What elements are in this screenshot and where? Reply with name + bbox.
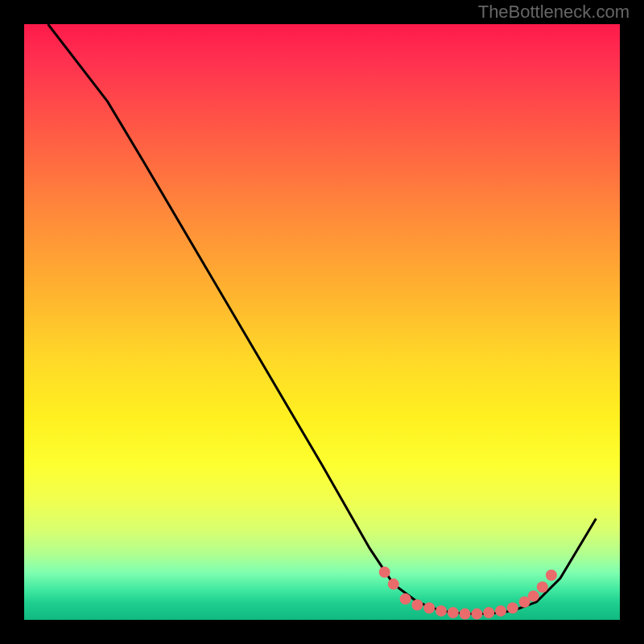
data-dot bbox=[448, 607, 459, 618]
data-dot bbox=[423, 602, 435, 613]
curve-line bbox=[48, 24, 597, 614]
data-dot bbox=[471, 609, 482, 620]
plot-area bbox=[24, 24, 620, 620]
data-dot bbox=[495, 605, 506, 617]
chart-svg bbox=[24, 24, 620, 620]
data-dot bbox=[400, 593, 411, 605]
data-dot bbox=[436, 605, 447, 617]
data-dot bbox=[528, 590, 539, 601]
data-dot bbox=[507, 602, 518, 613]
data-dot bbox=[537, 581, 548, 592]
data-dot bbox=[411, 600, 423, 611]
data-dot bbox=[379, 567, 390, 578]
data-dot bbox=[460, 609, 471, 620]
bottleneck-curve bbox=[48, 24, 597, 614]
data-dot bbox=[388, 579, 399, 590]
watermark-text: TheBottleneck.com bbox=[478, 2, 630, 23]
data-dot bbox=[546, 570, 557, 581]
data-dot bbox=[483, 607, 494, 618]
